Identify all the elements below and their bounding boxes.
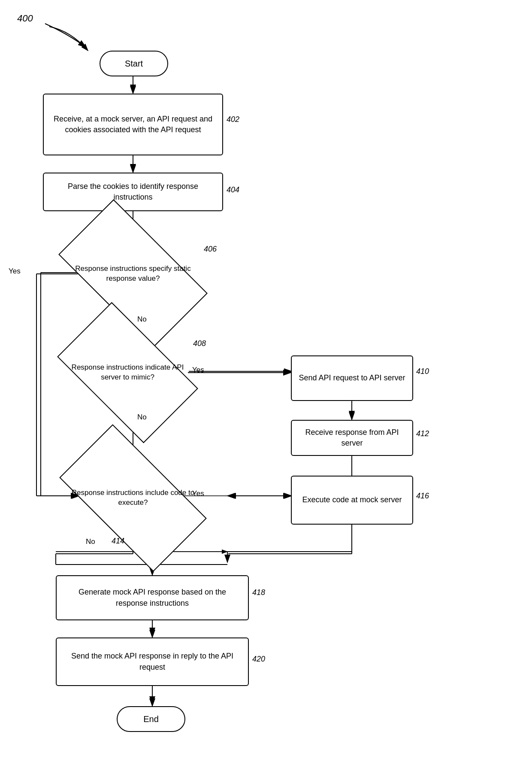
- ref-414: 414: [112, 537, 124, 546]
- yes-408-label: Yes: [192, 366, 204, 374]
- box-416: Execute code at mock server: [291, 476, 413, 525]
- flowchart-diagram: 400: [0, 0, 532, 771]
- ref-406: 406: [204, 245, 217, 254]
- ref-412: 412: [416, 429, 429, 438]
- box-410: Send API request to API server: [291, 355, 413, 401]
- no-408-label: No: [137, 413, 147, 422]
- diamond-406: Response instructions specify static res…: [66, 235, 200, 313]
- ref-420: 420: [252, 655, 265, 664]
- start-terminal: Start: [100, 51, 168, 76]
- box-420: Send the mock API response in reply to t…: [56, 637, 249, 686]
- ref-408: 408: [193, 339, 206, 348]
- diamond-414: Response instructions include code to ex…: [66, 460, 200, 536]
- no-406-label: No: [137, 315, 147, 324]
- figure-label: 400: [17, 13, 33, 24]
- box-418: Generate mock API response based on the …: [56, 575, 249, 620]
- yes-406-label: Yes: [9, 267, 21, 276]
- ref-418: 418: [252, 588, 265, 597]
- box-402: Receive, at a mock server, an API reques…: [43, 94, 223, 155]
- no-414-label: No: [86, 537, 95, 546]
- diamond-408: Response instructions indicate API serve…: [66, 334, 189, 411]
- ref-402: 402: [227, 115, 239, 124]
- box-404: Parse the cookies to identify response i…: [43, 173, 223, 211]
- end-terminal: End: [117, 706, 185, 732]
- ref-416: 416: [416, 492, 429, 501]
- ref-404: 404: [227, 185, 239, 194]
- ref-410: 410: [416, 367, 429, 376]
- box-412: Receive response from API server: [291, 420, 413, 456]
